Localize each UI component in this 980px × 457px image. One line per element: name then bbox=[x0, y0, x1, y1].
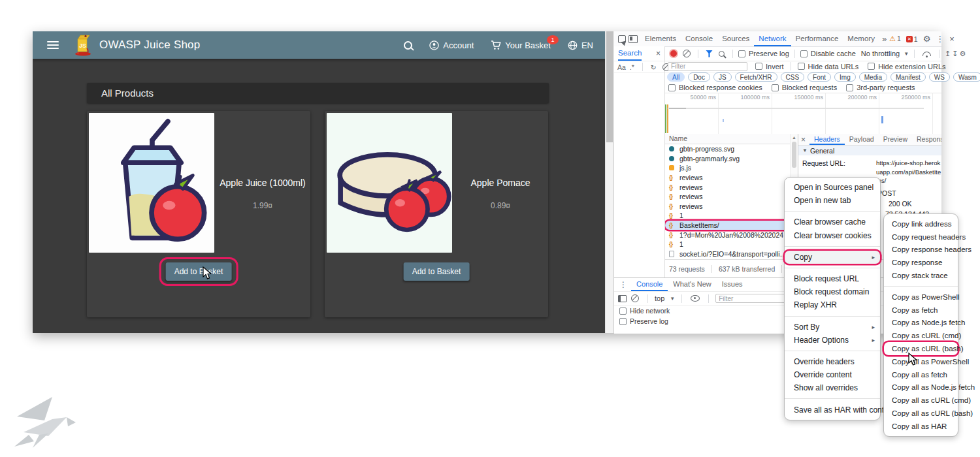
request-row[interactable]: reviews bbox=[665, 202, 790, 212]
menu-item[interactable]: Copy request headers bbox=[884, 230, 958, 244]
drawer-tab[interactable]: Issues bbox=[717, 278, 748, 291]
export-har-icon[interactable]: ↧ bbox=[952, 50, 958, 57]
filter-icon[interactable] bbox=[706, 50, 713, 57]
close-devtools-icon[interactable]: × bbox=[949, 35, 955, 43]
import-har-icon[interactable]: ↥ bbox=[945, 50, 951, 57]
menu-item[interactable] bbox=[785, 316, 880, 317]
menu-item[interactable] bbox=[785, 398, 880, 399]
type-chip[interactable]: Fetch/XHR bbox=[735, 72, 777, 82]
details-tab[interactable]: Preview bbox=[879, 134, 912, 145]
menu-item[interactable]: Copy stack trace bbox=[884, 269, 958, 282]
menu-item[interactable]: Sort By ▸ bbox=[785, 321, 880, 334]
invert-checkbox[interactable]: Invert bbox=[755, 63, 784, 71]
regex-button[interactable]: .* bbox=[630, 63, 634, 71]
blocked-filter-checkbox[interactable]: 3rd-party requests bbox=[846, 84, 915, 91]
add-to-basket-button[interactable]: Add to Basket bbox=[166, 262, 232, 281]
request-row[interactable]: BasketItems/ bbox=[665, 221, 790, 230]
menu-item[interactable]: Block request domain bbox=[785, 285, 880, 298]
menu-item[interactable]: Replay XHR bbox=[785, 298, 880, 311]
request-row[interactable]: socket.io/?EIO=4&transport=polling&t=… bbox=[665, 249, 790, 259]
request-row[interactable]: reviews bbox=[665, 182, 790, 192]
drawer-kebab-icon[interactable]: ⋮ bbox=[619, 280, 627, 289]
menu-item[interactable]: Copy all as Node.js fetch bbox=[884, 381, 958, 394]
menu-item[interactable]: Copy as fetch bbox=[884, 304, 958, 317]
menu-item[interactable]: Copy all as fetch bbox=[884, 368, 958, 381]
menu-item[interactable]: Copy all as cURL (bash) bbox=[884, 407, 958, 420]
type-chip[interactable]: JS bbox=[713, 72, 732, 82]
device-toolbar-icon[interactable] bbox=[629, 35, 638, 43]
menu-item[interactable]: Clear browser cache bbox=[785, 215, 880, 228]
menu-item[interactable]: Copy all as HAR bbox=[884, 420, 958, 433]
type-chip[interactable]: Wasm bbox=[953, 72, 980, 82]
menu-item[interactable]: Block request URL bbox=[785, 272, 880, 285]
request-row[interactable]: gbtn-grammarly.svg bbox=[665, 154, 790, 164]
warnings-indicator[interactable]: ⚠1 bbox=[889, 35, 901, 43]
add-to-basket-button[interactable]: Add to Basket bbox=[404, 262, 470, 281]
menu-item[interactable]: Save all as HAR with content bbox=[785, 403, 880, 416]
hide-data-urls-checkbox[interactable]: Hide data URLs bbox=[798, 63, 859, 71]
match-case-button[interactable]: Aa bbox=[617, 63, 626, 71]
menu-item[interactable]: Copy as cURL (cmd) bbox=[884, 329, 958, 342]
name-column-header[interactable]: Name bbox=[665, 134, 790, 144]
refresh-icon[interactable]: ↻ bbox=[651, 63, 657, 71]
request-row[interactable]: reviews bbox=[665, 192, 790, 202]
network-settings-gear-icon[interactable]: ⚙ bbox=[960, 50, 966, 57]
devtools-tab[interactable]: Console bbox=[681, 31, 717, 46]
scrollbar-thumb[interactable] bbox=[792, 142, 796, 168]
request-row[interactable]: js.js bbox=[665, 163, 790, 173]
search-tab[interactable]: Search bbox=[618, 46, 642, 61]
hamburger-menu-icon[interactable] bbox=[47, 41, 59, 49]
scroll-up-icon[interactable]: ▲ bbox=[792, 135, 796, 140]
inspect-element-icon[interactable] bbox=[618, 35, 626, 43]
menu-item[interactable]: Copy response bbox=[884, 256, 958, 269]
details-tab[interactable]: Payload bbox=[845, 134, 879, 145]
blocked-filter-checkbox[interactable]: Blocked requests bbox=[772, 84, 837, 91]
blocked-filter-checkbox[interactable]: Blocked response cookies bbox=[668, 84, 762, 91]
menu-item[interactable]: Copy as cURL (bash) bbox=[884, 342, 958, 355]
menu-item[interactable]: Override headers bbox=[785, 355, 880, 368]
drawer-tab[interactable]: Console bbox=[631, 278, 668, 291]
devtools-tab[interactable]: Memory bbox=[843, 31, 879, 46]
menu-item[interactable]: Copy all as PowerShell bbox=[884, 355, 958, 368]
hide-extension-urls-checkbox[interactable]: Hide extension URLs bbox=[868, 63, 945, 71]
language-button[interactable]: EN bbox=[568, 40, 593, 50]
details-tab[interactable]: Headers bbox=[809, 134, 845, 145]
menu-item[interactable]: Copy as PowerShell bbox=[884, 291, 958, 304]
record-icon[interactable] bbox=[670, 50, 677, 57]
kebab-menu-icon[interactable]: ⋮ bbox=[936, 35, 944, 43]
errors-indicator[interactable]: ✕1 bbox=[906, 35, 918, 43]
general-section-header[interactable]: ▼ General bbox=[798, 146, 941, 155]
basket-button[interactable]: Your Basket 1 bbox=[491, 40, 551, 50]
devtools-tab[interactable]: Network bbox=[754, 31, 791, 46]
search-network-icon[interactable] bbox=[719, 51, 725, 57]
menu-item[interactable]: Override content bbox=[785, 368, 880, 381]
clear-console-icon[interactable] bbox=[631, 294, 639, 302]
devtools-tab[interactable]: Performance bbox=[791, 31, 843, 46]
product-card-apple-pomace[interactable]: Apple Pomace 0.89¤ Add to Basket bbox=[325, 111, 548, 317]
page-scrollbar[interactable] bbox=[605, 31, 613, 333]
close-details-icon[interactable]: × bbox=[801, 135, 806, 144]
throttling-select[interactable]: No throttling bbox=[861, 50, 900, 57]
menu-item[interactable]: Copy ▸ bbox=[785, 251, 880, 264]
execution-context-select[interactable]: top bbox=[655, 294, 664, 302]
menu-item[interactable]: Open in new tab bbox=[785, 194, 880, 207]
type-chip[interactable]: All bbox=[667, 72, 685, 82]
network-timeline-overview[interactable]: 50000 ms100000 ms150000 ms200000 ms25000… bbox=[665, 93, 941, 134]
menu-item[interactable]: Open in Sources panel bbox=[785, 181, 880, 194]
type-chip[interactable]: CSS bbox=[781, 72, 805, 82]
disable-cache-checkbox[interactable]: Disable cache bbox=[800, 50, 856, 57]
type-chip[interactable]: Media bbox=[859, 72, 887, 82]
more-tabs-icon[interactable]: » bbox=[882, 35, 887, 43]
request-row[interactable]: 1 bbox=[665, 240, 790, 249]
devtools-tab[interactable]: Elements bbox=[640, 31, 681, 46]
console-sidebar-icon[interactable] bbox=[618, 295, 627, 302]
devtools-tab[interactable]: Sources bbox=[717, 31, 754, 46]
menu-item[interactable] bbox=[785, 211, 880, 212]
type-chip[interactable]: Font bbox=[808, 72, 831, 82]
menu-item[interactable]: Copy link address bbox=[884, 217, 958, 230]
request-row[interactable]: 1 bbox=[665, 211, 790, 221]
network-filter-input[interactable] bbox=[668, 62, 747, 71]
menu-item[interactable] bbox=[785, 246, 880, 247]
menu-item[interactable] bbox=[785, 351, 880, 351]
preserve-log-checkbox[interactable]: Preserve log bbox=[738, 50, 789, 57]
